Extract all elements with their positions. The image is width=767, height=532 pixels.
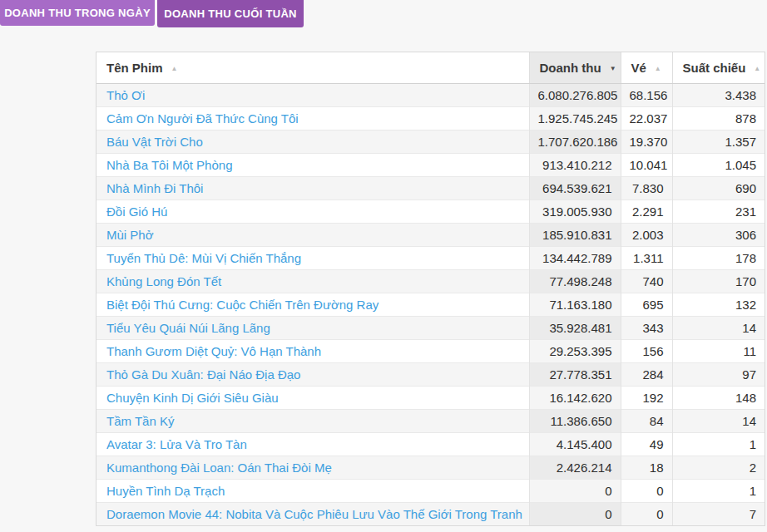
movie-name-cell: Nhà Ba Tôi Một Phòng (96, 153, 529, 176)
column-header-doanh-thu[interactable]: Doanh thu▼ (529, 52, 621, 83)
movie-title-link[interactable]: Kumanthong Đài Loan: Oán Thai Đòi Mẹ (106, 461, 332, 475)
tickets-cell: 284 (621, 362, 672, 386)
table-row: Đồi Gió Hú319.005.9302.291231 (96, 200, 765, 223)
revenue-cell: 4.145.400 (529, 432, 621, 456)
revenue-cell: 2.426.214 (529, 456, 621, 479)
movie-title-link[interactable]: Cảm Ơn Người Đã Thức Cùng Tôi (106, 111, 299, 126)
movie-title-link[interactable]: Huyền Tình Dạ Trạch (106, 484, 225, 498)
movie-title-link[interactable]: Đồi Gió Hú (106, 204, 167, 219)
table-row: Thanh Gươm Diệt Quỷ: Vô Hạn Thành29.253.… (96, 339, 765, 362)
screenings-cell: 3.438 (672, 83, 765, 106)
tab-bar: DOANH THU TRONG NGÀY DOANH THU CUỐI TUẦN (0, 0, 304, 27)
tickets-cell: 68.156 (621, 83, 672, 106)
movie-title-link[interactable]: Thỏ Ơi (106, 88, 145, 102)
tab-doanh-thu-cuoi-tuan[interactable]: DOANH THU CUỐI TUẦN (157, 0, 304, 27)
tickets-cell: 2.003 (621, 223, 672, 246)
movie-title-link[interactable]: Mùi Phở (106, 228, 154, 242)
movie-title-link[interactable]: Nhà Mình Đi Thôi (106, 181, 203, 195)
tickets-cell: 343 (621, 316, 672, 339)
table-row: Nhà Ba Tôi Một Phòng913.410.21210.0411.0… (96, 153, 765, 176)
screenings-cell: 690 (672, 176, 765, 200)
movie-name-cell: Nhà Mình Đi Thôi (96, 176, 529, 200)
revenue-cell: 29.253.395 (529, 339, 621, 362)
revenue-cell: 71.163.180 (529, 293, 621, 316)
tickets-cell: 19.370 (621, 130, 672, 153)
revenue-cell: 913.410.212 (529, 153, 621, 176)
column-label: Vé (631, 61, 646, 75)
revenue-cell: 6.080.276.805 (529, 83, 621, 106)
table-row: Huyền Tình Dạ Trạch001 (96, 479, 765, 502)
tickets-cell: 84 (621, 409, 672, 432)
table-row: Kumanthong Đài Loan: Oán Thai Đòi Mẹ2.42… (96, 456, 765, 479)
tickets-cell: 1.311 (621, 246, 672, 269)
revenue-cell: 11.386.650 (529, 409, 621, 432)
table-row: Báu Vật Trời Cho1.707.620.18619.3701.357 (96, 130, 765, 153)
movie-name-cell: Khủng Long Đón Tết (96, 269, 529, 293)
movie-name-cell: Cảm Ơn Người Đã Thức Cùng Tôi (96, 106, 529, 130)
column-label: Suất chiếu (683, 61, 746, 75)
movie-title-link[interactable]: Nhà Ba Tôi Một Phòng (106, 158, 232, 172)
table-row: Biệt Đội Thú Cưng: Cuộc Chiến Trên Đường… (96, 293, 765, 316)
tickets-cell: 7.830 (621, 176, 672, 200)
table-row: Thỏ Ơi6.080.276.80568.1563.438 (96, 83, 765, 106)
movie-name-cell: Thỏ Gà Du Xuân: Đại Náo Địa Đạo (96, 362, 529, 386)
movie-title-link[interactable]: Thanh Gươm Diệt Quỷ: Vô Hạn Thành (106, 344, 321, 358)
sort-asc-icon: ▲ (754, 65, 760, 72)
screenings-cell: 7 (672, 502, 765, 525)
screenings-cell: 148 (672, 386, 765, 409)
movie-name-cell: Chuyện Kinh Dị Giới Siêu Giàu (96, 386, 529, 409)
revenue-cell: 1.707.620.186 (529, 130, 621, 153)
tickets-cell: 22.037 (621, 106, 672, 130)
screenings-cell: 2 (672, 456, 765, 479)
movie-name-cell: Mùi Phở (96, 223, 529, 246)
table-body: Thỏ Ơi6.080.276.80568.1563.438Cảm Ơn Ngư… (96, 83, 765, 525)
sort-asc-icon: ▲ (655, 65, 661, 72)
movie-title-link[interactable]: Avatar 3: Lửa Và Tro Tàn (106, 437, 247, 451)
table-row: Cảm Ơn Người Đã Thức Cùng Tôi1.925.745.2… (96, 106, 765, 130)
movie-name-cell: Tầm Tần Ký (96, 409, 529, 432)
tab-doanh-thu-trong-ngay[interactable]: DOANH THU TRONG NGÀY (0, 0, 155, 26)
movie-title-link[interactable]: Báu Vật Trời Cho (106, 135, 203, 149)
column-header-suat-chieu[interactable]: Suất chiếu▲ (672, 52, 765, 83)
movie-title-link[interactable]: Biệt Đội Thú Cưng: Cuộc Chiến Trên Đường… (106, 298, 379, 312)
tickets-cell: 2.291 (621, 200, 672, 223)
tickets-cell: 10.041 (621, 153, 672, 176)
table-row: Doraemon Movie 44: Nobita Và Cuộc Phiêu … (96, 502, 765, 525)
movie-name-cell: Báu Vật Trời Cho (96, 130, 529, 153)
tickets-cell: 695 (621, 293, 672, 316)
movie-title-link[interactable]: Thỏ Gà Du Xuân: Đại Náo Địa Đạo (106, 367, 300, 382)
revenue-cell: 185.910.831 (529, 223, 621, 246)
column-label: Doanh thu (540, 61, 601, 75)
movie-name-cell: Đồi Gió Hú (96, 200, 529, 223)
screenings-cell: 132 (672, 293, 765, 316)
column-label: Tên Phim (106, 61, 163, 75)
revenue-cell: 1.925.745.245 (529, 106, 621, 130)
movie-title-link[interactable]: Tiểu Yêu Quái Núi Lãng Lãng (106, 321, 270, 335)
movie-title-link[interactable]: Tầm Tần Ký (106, 414, 174, 428)
revenue-cell: 27.778.351 (529, 362, 621, 386)
tickets-cell: 192 (621, 386, 672, 409)
column-header-ten-phim[interactable]: Tên Phim▲ (96, 52, 529, 83)
screenings-cell: 1.357 (672, 130, 765, 153)
movie-name-cell: Tiểu Yêu Quái Núi Lãng Lãng (96, 316, 529, 339)
table-row: Avatar 3: Lửa Và Tro Tàn4.145.400491 (96, 432, 765, 456)
screenings-cell: 14 (672, 409, 765, 432)
tickets-cell: 0 (621, 502, 672, 525)
movie-name-cell: Kumanthong Đài Loan: Oán Thai Đòi Mẹ (96, 456, 529, 479)
table-row: Nhà Mình Đi Thôi694.539.6217.830690 (96, 176, 765, 200)
movie-title-link[interactable]: Doraemon Movie 44: Nobita Và Cuộc Phiêu … (106, 507, 522, 521)
tickets-cell: 49 (621, 432, 672, 456)
movie-title-link[interactable]: Chuyện Kinh Dị Giới Siêu Giàu (106, 391, 279, 405)
column-header-ve[interactable]: Vé▲ (621, 52, 672, 83)
screenings-cell: 1 (672, 479, 765, 502)
screenings-cell: 11 (672, 339, 765, 362)
tickets-cell: 18 (621, 456, 672, 479)
screenings-cell: 1.045 (672, 153, 765, 176)
revenue-cell: 77.498.248 (529, 269, 621, 293)
table-header-row: Tên Phim▲ Doanh thu▼ Vé▲ Suất chiếu▲ (96, 52, 765, 83)
movie-title-link[interactable]: Khủng Long Đón Tết (106, 274, 221, 288)
movie-title-link[interactable]: Tuyển Thủ Dê: Mùi Vị Chiến Thắng (106, 251, 301, 265)
table-row: Chuyện Kinh Dị Giới Siêu Giàu16.142.6201… (96, 386, 765, 409)
revenue-cell: 0 (529, 479, 621, 502)
table-row: Tiểu Yêu Quái Núi Lãng Lãng35.928.481343… (96, 316, 765, 339)
